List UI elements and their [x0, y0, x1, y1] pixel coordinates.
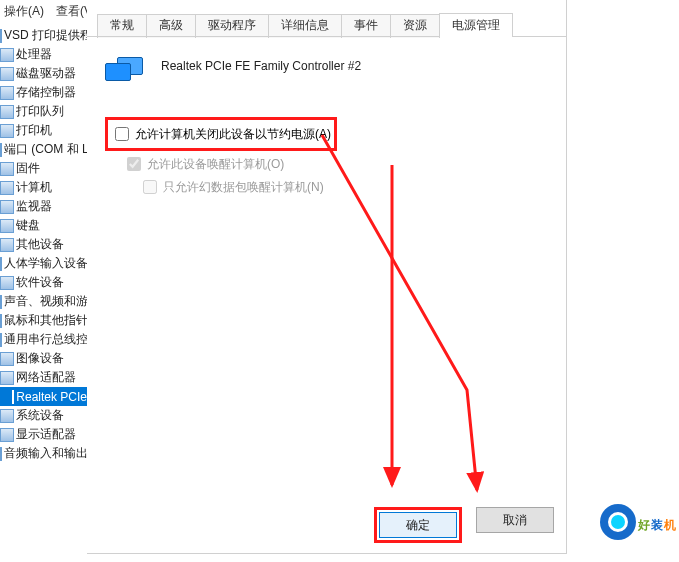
device-category-icon — [0, 219, 14, 233]
tree-item[interactable]: 声音、视频和游戏 — [0, 292, 87, 311]
tree-item[interactable]: 磁盘驱动器 — [0, 64, 87, 83]
tab-panel-power: Realtek PCIe FE Family Controller #2 允许计… — [87, 37, 566, 507]
tree-item[interactable]: 处理器 — [0, 45, 87, 64]
device-category-icon — [0, 48, 14, 62]
tree-item-label: 磁盘驱动器 — [16, 65, 76, 82]
tree-item-label: VSD 打印提供程 — [4, 27, 87, 44]
device-category-icon — [12, 390, 14, 404]
tree-item-label: 存储控制器 — [16, 84, 76, 101]
tree-item-label: 软件设备 — [16, 274, 64, 291]
device-tree[interactable]: VSD 打印提供程处理器磁盘驱动器存储控制器打印队列打印机端口 (COM 和 L… — [0, 24, 87, 544]
tab-details[interactable]: 详细信息 — [268, 14, 342, 38]
device-category-icon — [0, 200, 14, 214]
tree-item-label: 计算机 — [16, 179, 52, 196]
tree-item[interactable]: 存储控制器 — [0, 83, 87, 102]
tree-item[interactable]: 显示适配器 — [0, 425, 87, 444]
tree-item[interactable]: 系统设备 — [0, 406, 87, 425]
device-category-icon — [0, 29, 2, 43]
device-category-icon — [0, 314, 2, 328]
tree-item-label: 系统设备 — [16, 407, 64, 424]
device-category-icon — [0, 86, 14, 100]
cancel-button[interactable]: 取消 — [476, 507, 554, 533]
tree-item[interactable]: 固件 — [0, 159, 87, 178]
chk-magic-packet-label: 只允许幻数据包唤醒计算机(N) — [163, 179, 324, 196]
device-category-icon — [0, 447, 2, 461]
watermark: 好装机 — [600, 504, 677, 540]
tree-item[interactable]: 通用串行总线控制 — [0, 330, 87, 349]
device-name-label: Realtek PCIe FE Family Controller #2 — [161, 55, 361, 73]
tree-item[interactable]: VSD 打印提供程 — [0, 26, 87, 45]
tree-item-label: 鼠标和其他指针设 — [4, 312, 87, 329]
tree-item[interactable]: 计算机 — [0, 178, 87, 197]
device-category-icon — [0, 371, 14, 385]
device-category-icon — [0, 295, 2, 309]
tree-item-label: 音频输入和输出 — [4, 445, 87, 462]
tree-item-label: 其他设备 — [16, 236, 64, 253]
chk-allow-wake: 允许此设备唤醒计算机(O) — [123, 154, 548, 174]
tab-general[interactable]: 常规 — [97, 14, 147, 38]
tabstrip: 常规 高级 驱动程序 详细信息 事件 资源 电源管理 — [97, 12, 512, 36]
tree-item[interactable]: 鼠标和其他指针设 — [0, 311, 87, 330]
tree-item[interactable]: 打印机 — [0, 121, 87, 140]
tab-advanced[interactable]: 高级 — [146, 14, 196, 38]
tree-item-label: 图像设备 — [16, 350, 64, 367]
watermark-text: 好装机 — [638, 511, 677, 534]
tree-item-label: 声音、视频和游戏 — [4, 293, 87, 310]
highlight-box-checkbox: 允许计算机关闭此设备以节约电源(A) — [105, 117, 337, 151]
tab-resources[interactable]: 资源 — [390, 14, 440, 38]
network-adapter-icon — [105, 57, 145, 89]
device-category-icon — [0, 181, 14, 195]
tab-events[interactable]: 事件 — [341, 14, 391, 38]
highlight-box-ok: 确定 — [374, 507, 462, 543]
menu-action[interactable]: 操作(A) — [4, 3, 44, 20]
chk-allow-wake-box — [127, 157, 141, 171]
chk-magic-packet: 只允许幻数据包唤醒计算机(N) — [139, 177, 548, 197]
tree-item-label: 键盘 — [16, 217, 40, 234]
device-category-icon — [0, 352, 14, 366]
tree-item-label: 端口 (COM 和 LP — [4, 141, 87, 158]
tree-item[interactable]: 人体学输入设备 — [0, 254, 87, 273]
chk-allow-wake-label: 允许此设备唤醒计算机(O) — [147, 156, 284, 173]
menubar: 操作(A) 查看(V — [0, 0, 96, 22]
dialog-button-bar: 确定 取消 — [374, 507, 554, 543]
device-category-icon — [0, 428, 14, 442]
device-category-icon — [0, 333, 2, 347]
tree-item[interactable]: 监视器 — [0, 197, 87, 216]
tree-item-label: 监视器 — [16, 198, 52, 215]
tree-item[interactable]: 网络适配器 — [0, 368, 87, 387]
tree-item[interactable]: 键盘 — [0, 216, 87, 235]
watermark-logo-icon — [600, 504, 636, 540]
device-category-icon — [0, 105, 14, 119]
tree-item-label: 打印队列 — [16, 103, 64, 120]
tree-item[interactable]: 其他设备 — [0, 235, 87, 254]
tree-item-label: 网络适配器 — [16, 369, 76, 386]
tree-item[interactable]: 软件设备 — [0, 273, 87, 292]
tree-item-label: 固件 — [16, 160, 40, 177]
device-category-icon — [0, 124, 14, 138]
tree-item-label: 通用串行总线控制 — [4, 331, 87, 348]
chk-allow-power-off[interactable]: 允许计算机关闭此设备以节约电源(A) — [111, 124, 331, 144]
device-category-icon — [0, 238, 14, 252]
chk-allow-power-off-box[interactable] — [115, 127, 129, 141]
tab-power[interactable]: 电源管理 — [439, 13, 513, 37]
tree-item-label: 处理器 — [16, 46, 52, 63]
tree-item-label: 人体学输入设备 — [4, 255, 87, 272]
chk-magic-packet-box — [143, 180, 157, 194]
device-category-icon — [0, 257, 2, 271]
device-category-icon — [0, 162, 14, 176]
device-category-icon — [0, 409, 14, 423]
tree-item[interactable]: 打印队列 — [0, 102, 87, 121]
device-category-icon — [0, 67, 14, 81]
tab-driver[interactable]: 驱动程序 — [195, 14, 269, 38]
tree-item-label: 显示适配器 — [16, 426, 76, 443]
tree-item-label: Realtek PCIe — [16, 390, 87, 404]
tree-item[interactable]: 端口 (COM 和 LP — [0, 140, 87, 159]
ok-button[interactable]: 确定 — [379, 512, 457, 538]
device-category-icon — [0, 276, 14, 290]
device-category-icon — [0, 143, 2, 157]
tree-item[interactable]: 图像设备 — [0, 349, 87, 368]
tree-item-label: 打印机 — [16, 122, 52, 139]
tree-item[interactable]: 音频输入和输出 — [0, 444, 87, 463]
tree-item[interactable]: Realtek PCIe — [0, 387, 87, 406]
properties-dialog: 常规 高级 驱动程序 详细信息 事件 资源 电源管理 Realtek PCIe … — [87, 0, 567, 554]
